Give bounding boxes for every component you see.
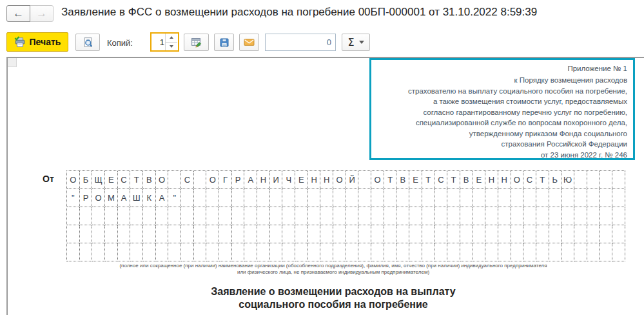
grid-cell (434, 207, 447, 225)
grid-cell (371, 243, 384, 261)
grid-cell: Ш (130, 189, 143, 207)
grid-cell (498, 225, 511, 243)
grid-cell: И (270, 171, 283, 189)
grid-cell (384, 207, 397, 225)
grid-cell (346, 225, 359, 243)
grid-cell (333, 207, 346, 225)
grid-cell (511, 225, 524, 243)
grid-cell (561, 225, 574, 243)
spin-up-icon[interactable] (166, 34, 177, 42)
print-button[interactable]: Печать (6, 32, 68, 52)
grid-cell (460, 207, 473, 225)
document-title-line2: социального пособия на погребение (34, 298, 633, 311)
grid-cell: Н (485, 171, 498, 189)
appendix-highlight-box[interactable]: Приложение № 1 к Порядку возмещения расх… (369, 58, 635, 160)
save-button[interactable] (214, 34, 234, 51)
grid-cell (118, 243, 131, 261)
print-preview-button[interactable] (75, 34, 100, 51)
forward-button[interactable]: → (30, 5, 54, 22)
copies-input[interactable] (151, 34, 165, 50)
grid-cell: К (143, 189, 156, 207)
grid-cell (257, 207, 270, 225)
grid-cell: О (92, 189, 105, 207)
copies-spinner[interactable] (165, 34, 177, 50)
grid-cell (194, 225, 207, 243)
grid-cell (561, 243, 574, 261)
grid-cell (434, 225, 447, 243)
form-caption-line1: (полное или сокращенное (при наличии) на… (34, 263, 633, 269)
grid-cell (320, 189, 333, 207)
grid-cell (130, 207, 143, 225)
copies-spinbox[interactable] (150, 32, 179, 52)
grid-cell (244, 243, 257, 261)
grid-cell (434, 243, 447, 261)
spin-down-icon[interactable] (166, 42, 177, 51)
edit-spreadsheet-button[interactable] (184, 34, 209, 51)
grid-cell: О (511, 171, 524, 189)
email-button[interactable] (239, 34, 259, 51)
grid-cell (600, 189, 612, 207)
window-title: Заявление в ФСС о возмещении расходов на… (61, 6, 537, 19)
grid-cell (244, 189, 257, 207)
grid-cell (105, 207, 118, 225)
document-title-line1: Заявление о возмещении расходов на выпла… (34, 285, 633, 298)
sheet-corner-cell (8, 58, 17, 67)
spreadsheet-document-area[interactable]: Приложение № 1 к Порядку возмещения расх… (6, 57, 644, 315)
grid-cell (270, 243, 283, 261)
grid-cell (156, 243, 169, 261)
print-preview-icon (83, 37, 93, 48)
grid-cell (523, 225, 536, 243)
grid-cell (612, 189, 625, 207)
grid-cell (511, 189, 524, 207)
grid-cell (447, 207, 460, 225)
grid-cell (257, 243, 270, 261)
grid-cell (574, 225, 587, 243)
grid-cell: Н (320, 171, 333, 189)
grid-cell (206, 207, 219, 225)
grid-cell: Т (384, 171, 397, 189)
appendix-text: к Порядку возмещения расходовстраховател… (371, 75, 627, 160)
grid-cell (600, 171, 612, 189)
appendix-line: страхования Российской Федерации (371, 139, 627, 150)
grid-cell (194, 207, 207, 225)
grid-cell (80, 243, 93, 261)
grid-cell (447, 189, 460, 207)
grid-cell: В (396, 171, 409, 189)
grid-cell (206, 243, 219, 261)
grid-cell (295, 225, 308, 243)
grid-cell (523, 243, 536, 261)
grid-cell: Н (257, 171, 270, 189)
grid-cell: А (118, 189, 131, 207)
grid-cell (409, 189, 422, 207)
document-title: Заявление о возмещении расходов на выпла… (34, 285, 633, 311)
sum-input[interactable] (266, 34, 335, 50)
grid-cell (67, 207, 80, 225)
grid-cell: О (371, 171, 384, 189)
grid-cell (384, 243, 397, 261)
grid-cell: Й (346, 171, 359, 189)
grid-cell: В (460, 171, 473, 189)
grid-cell: О (156, 171, 169, 189)
grid-cell (118, 225, 131, 243)
grid-cell: Т (422, 171, 435, 189)
grid-cell (219, 225, 232, 243)
grid-cell (600, 207, 612, 225)
sum-field[interactable] (265, 34, 336, 51)
grid-cell: " (168, 189, 181, 207)
grid-cell (282, 243, 295, 261)
grid-cell (358, 207, 371, 225)
grid-cell: Т (130, 171, 143, 189)
grid-cell: А (244, 171, 257, 189)
grid-cell (92, 243, 105, 261)
grid-cell (396, 225, 409, 243)
copies-label: Копий: (107, 38, 133, 48)
grid-cell (358, 243, 371, 261)
grid-cell (346, 243, 359, 261)
back-button[interactable]: ← (6, 5, 30, 22)
grid-cell: О (333, 171, 346, 189)
grid-cell (587, 207, 600, 225)
grid-cell (257, 189, 270, 207)
sum-functions-button[interactable]: Σ (342, 34, 370, 51)
grid-cell (232, 189, 245, 207)
grid-cell (80, 207, 93, 225)
